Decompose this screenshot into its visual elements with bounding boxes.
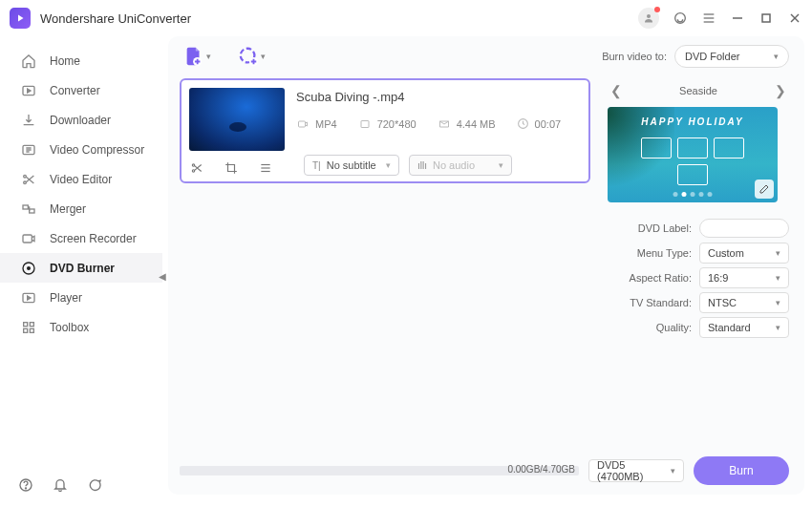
- compress-icon: [21, 142, 36, 158]
- sidebar-item-label: Merger: [50, 202, 86, 216]
- video-thumbnail[interactable]: [189, 88, 285, 151]
- svg-point-32: [192, 170, 194, 172]
- disc-icon: [21, 261, 36, 276]
- main-panel: ▾ ▾ Burn video to: DVD Folder ▾ Scuba Di…: [168, 36, 804, 495]
- menu-icon[interactable]: [701, 11, 716, 26]
- dvd-label-label: DVD Label:: [638, 222, 692, 234]
- download-icon: [21, 113, 36, 128]
- edit-template-button[interactable]: [755, 180, 774, 199]
- sidebar-item-label: Player: [50, 291, 82, 305]
- chevron-down-icon: ▾: [499, 160, 503, 170]
- trim-icon[interactable]: [189, 160, 204, 176]
- file-list-column: Scuba Diving -.mp4 MP4 720*480 4.44 MB 0…: [180, 78, 590, 453]
- chevron-down-icon: ▾: [776, 273, 780, 283]
- sidebar-item-label: DVD Burner: [50, 262, 115, 275]
- home-icon: [21, 53, 36, 69]
- tv-standard-label: TV Standard:: [630, 297, 692, 308]
- svg-rect-13: [23, 205, 28, 209]
- feedback-icon[interactable]: [86, 476, 103, 494]
- sidebar-item-merger[interactable]: Merger: [0, 194, 162, 223]
- minimize-button[interactable]: [730, 11, 745, 26]
- menu-type-select[interactable]: Custom▾: [699, 243, 789, 264]
- sidebar-item-dvd-burner[interactable]: DVD Burner: [0, 253, 162, 283]
- app-logo: [10, 8, 31, 29]
- sidebar-item-label: Video Compressor: [50, 143, 144, 157]
- next-template-button[interactable]: ❯: [772, 83, 789, 98]
- chevron-down-icon: ▾: [206, 52, 211, 61]
- sidebar: Home Converter Downloader Video Compress…: [0, 36, 162, 471]
- converter-icon: [21, 83, 36, 98]
- capacity-bar: 0.00GB/4.70GB: [180, 466, 579, 475]
- svg-rect-28: [299, 121, 306, 127]
- support-icon[interactable]: [673, 11, 688, 26]
- quality-select[interactable]: Standard▾: [699, 317, 789, 338]
- video-resolution: 720*480: [377, 118, 417, 130]
- sidebar-item-recorder[interactable]: Screen Recorder: [0, 223, 162, 253]
- burn-to-value: DVD Folder: [685, 51, 739, 62]
- title-bar: Wondershare UniConverter: [0, 0, 812, 36]
- svg-rect-19: [24, 322, 28, 326]
- add-file-icon: [183, 46, 204, 67]
- sidebar-item-label: Toolbox: [50, 321, 89, 334]
- sidebar-item-player[interactable]: Player: [0, 283, 162, 312]
- audio-select[interactable]: ıllı No audio ▾: [409, 155, 512, 176]
- svg-point-0: [647, 14, 651, 18]
- sidebar-item-downloader[interactable]: Downloader: [0, 105, 162, 135]
- subtitle-icon: T|: [312, 160, 321, 171]
- chevron-down-icon: ▾: [671, 466, 675, 475]
- collapse-sidebar-button[interactable]: ◀: [157, 270, 168, 282]
- sidebar-item-editor[interactable]: Video Editor: [0, 164, 162, 194]
- app-title: Wondershare UniConverter: [40, 11, 191, 26]
- chevron-down-icon: ▾: [776, 323, 780, 332]
- aspect-ratio-value: 16:9: [708, 272, 728, 284]
- svg-rect-21: [24, 328, 28, 332]
- menu-type-label: Menu Type:: [637, 247, 692, 259]
- sidebar-item-label: Screen Recorder: [50, 232, 137, 245]
- svg-point-17: [28, 266, 31, 269]
- sidebar-item-toolbox[interactable]: Toolbox: [0, 312, 162, 342]
- help-icon[interactable]: [17, 476, 34, 494]
- svg-point-31: [192, 164, 194, 166]
- burn-to-select[interactable]: DVD Folder ▾: [674, 45, 789, 68]
- chevron-down-icon: ▾: [776, 298, 780, 307]
- main-toolbar: ▾ ▾ Burn video to: DVD Folder ▾: [168, 36, 804, 73]
- record-icon: [21, 231, 36, 246]
- sidebar-item-label: Downloader: [50, 114, 111, 127]
- svg-point-24: [25, 488, 26, 489]
- crop-icon[interactable]: [224, 160, 239, 176]
- load-dvd-icon: [238, 46, 259, 67]
- grid-icon: [21, 320, 36, 335]
- sidebar-item-home[interactable]: Home: [0, 46, 162, 75]
- sidebar-item-compressor[interactable]: Video Compressor: [0, 135, 162, 164]
- burn-to-label: Burn video to:: [602, 51, 667, 62]
- sidebar-item-label: Home: [50, 54, 80, 68]
- aspect-ratio-select[interactable]: 16:9▾: [699, 267, 789, 288]
- quality-label: Quality:: [656, 322, 692, 333]
- audio-icon: ıllı: [417, 160, 427, 171]
- burn-button[interactable]: Burn: [694, 456, 789, 485]
- dvd-label-input[interactable]: [699, 219, 789, 238]
- subtitle-select[interactable]: T| No subtitle ▾: [304, 155, 399, 176]
- close-button[interactable]: [787, 11, 802, 26]
- maximize-button[interactable]: [759, 11, 774, 26]
- add-file-button[interactable]: ▾: [183, 46, 211, 67]
- video-duration: 00:07: [535, 118, 562, 130]
- svg-rect-20: [30, 322, 33, 326]
- account-icon[interactable]: [638, 8, 659, 29]
- template-banner: HAPPY HOLIDAY: [608, 116, 778, 127]
- chevron-down-icon: ▾: [261, 52, 266, 61]
- disc-type-select[interactable]: DVD5 (4700MB) ▾: [588, 459, 684, 482]
- svg-point-12: [24, 181, 27, 184]
- template-preview[interactable]: HAPPY HOLIDAY: [608, 107, 778, 202]
- aspect-ratio-label: Aspect Ratio:: [630, 272, 692, 284]
- sidebar-item-converter[interactable]: Converter: [0, 75, 162, 105]
- effects-icon[interactable]: [258, 160, 273, 176]
- bell-icon[interactable]: [52, 476, 69, 494]
- load-dvd-button[interactable]: ▾: [238, 46, 266, 67]
- video-format: MP4: [315, 118, 337, 130]
- tv-standard-select[interactable]: NTSC▾: [699, 292, 789, 313]
- prev-template-button[interactable]: ❮: [608, 83, 625, 98]
- sidebar-item-label: Video Editor: [50, 173, 112, 186]
- scissors-icon: [21, 172, 36, 187]
- video-card[interactable]: Scuba Diving -.mp4 MP4 720*480 4.44 MB 0…: [180, 78, 590, 183]
